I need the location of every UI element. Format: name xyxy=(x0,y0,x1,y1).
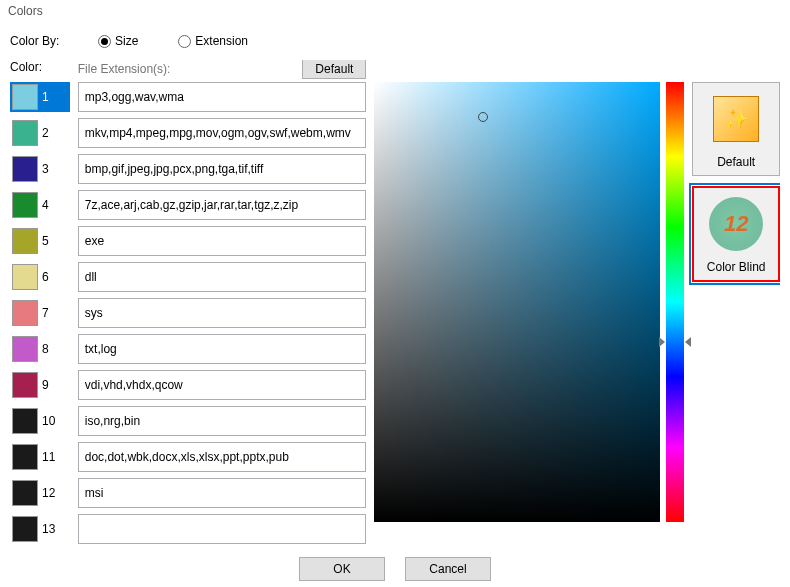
extension-input-10[interactable] xyxy=(78,406,367,436)
color-swatch-5[interactable]: 5 xyxy=(10,226,70,256)
color-swatch-12[interactable]: 12 xyxy=(10,478,70,508)
swatch-color xyxy=(12,192,38,218)
swatch-color xyxy=(12,264,38,290)
swatch-color xyxy=(12,372,38,398)
wand-icon: ✨ xyxy=(713,96,759,142)
saturation-value-panel[interactable] xyxy=(374,82,660,522)
swatch-number: 8 xyxy=(42,342,60,356)
extension-text[interactable] xyxy=(85,450,360,464)
swatch-color xyxy=(12,84,38,110)
color-swatch-8[interactable]: 8 xyxy=(10,334,70,364)
swatch-color xyxy=(12,480,38,506)
extension-text[interactable] xyxy=(85,522,360,536)
file-extensions-label: File Extension(s): xyxy=(78,62,171,76)
extension-input-1[interactable] xyxy=(78,82,367,112)
swatch-color xyxy=(12,120,38,146)
radio-label: Size xyxy=(115,34,138,48)
hue-indicator-left xyxy=(659,337,665,347)
radio-extension[interactable]: Extension xyxy=(178,34,248,48)
extension-text[interactable] xyxy=(85,90,360,104)
swatch-number: 5 xyxy=(42,234,60,248)
color-swatch-4[interactable]: 4 xyxy=(10,190,70,220)
extension-input-12[interactable] xyxy=(78,478,367,508)
extension-input-7[interactable] xyxy=(78,298,367,328)
color-swatch-6[interactable]: 6 xyxy=(10,262,70,292)
extension-text[interactable] xyxy=(85,234,360,248)
color-swatch-10[interactable]: 10 xyxy=(10,406,70,436)
color-label: Color: xyxy=(10,60,70,78)
swatch-color xyxy=(12,228,38,254)
swatch-number: 9 xyxy=(42,378,60,392)
swatch-color xyxy=(12,516,38,542)
swatch-number: 13 xyxy=(42,522,60,536)
extension-input-8[interactable] xyxy=(78,334,367,364)
extension-input-11[interactable] xyxy=(78,442,367,472)
swatch-number: 1 xyxy=(42,90,60,104)
radio-size[interactable]: Size xyxy=(98,34,138,48)
color-swatch-11[interactable]: 11 xyxy=(10,442,70,472)
extension-input-9[interactable] xyxy=(78,370,367,400)
swatch-number: 2 xyxy=(42,126,60,140)
swatch-number: 12 xyxy=(42,486,60,500)
color-swatch-2[interactable]: 2 xyxy=(10,118,70,148)
ishihara-icon: 12 xyxy=(709,197,763,251)
cancel-button[interactable]: Cancel xyxy=(405,557,491,581)
swatch-number: 4 xyxy=(42,198,60,212)
extension-input-4[interactable] xyxy=(78,190,367,220)
window-title: Colors xyxy=(0,0,790,22)
hue-slider[interactable] xyxy=(666,82,684,522)
extension-input-3[interactable] xyxy=(78,154,367,184)
swatch-color xyxy=(12,444,38,470)
color-swatch-13[interactable]: 13 xyxy=(10,514,70,544)
swatch-number: 6 xyxy=(42,270,60,284)
color-by-label: Color By: xyxy=(10,34,98,48)
extension-text[interactable] xyxy=(85,198,360,212)
extension-text[interactable] xyxy=(85,306,360,320)
extension-text[interactable] xyxy=(85,162,360,176)
color-picker-cursor[interactable] xyxy=(478,112,488,122)
swatch-number: 10 xyxy=(42,414,60,428)
hue-indicator-right xyxy=(685,337,691,347)
preset-label: Default xyxy=(717,155,755,169)
swatch-number: 11 xyxy=(42,450,60,464)
extension-input-6[interactable] xyxy=(78,262,367,292)
swatch-color xyxy=(12,336,38,362)
swatch-color xyxy=(12,408,38,434)
extension-text[interactable] xyxy=(85,126,360,140)
color-swatch-3[interactable]: 3 xyxy=(10,154,70,184)
radio-label: Extension xyxy=(195,34,248,48)
swatch-number: 3 xyxy=(42,162,60,176)
color-swatch-1[interactable]: 1 xyxy=(10,82,70,112)
extension-text[interactable] xyxy=(85,270,360,284)
preset-default[interactable]: ✨Default xyxy=(692,82,780,176)
extension-text[interactable] xyxy=(85,486,360,500)
extension-input-2[interactable] xyxy=(78,118,367,148)
preset-colorblind[interactable]: 12Color Blind xyxy=(692,186,780,282)
extension-input-13[interactable] xyxy=(78,514,367,544)
swatch-color xyxy=(12,156,38,182)
color-swatch-7[interactable]: 7 xyxy=(10,298,70,328)
extension-text[interactable] xyxy=(85,342,360,356)
extension-input-5[interactable] xyxy=(78,226,367,256)
color-by-radio-group: SizeExtension xyxy=(98,34,248,48)
color-swatch-9[interactable]: 9 xyxy=(10,370,70,400)
ok-button[interactable]: OK xyxy=(299,557,385,581)
default-button[interactable]: Default xyxy=(302,60,366,79)
swatch-number: 7 xyxy=(42,306,60,320)
extension-text[interactable] xyxy=(85,378,360,392)
swatch-color xyxy=(12,300,38,326)
preset-label: Color Blind xyxy=(707,260,766,274)
extension-text[interactable] xyxy=(85,414,360,428)
